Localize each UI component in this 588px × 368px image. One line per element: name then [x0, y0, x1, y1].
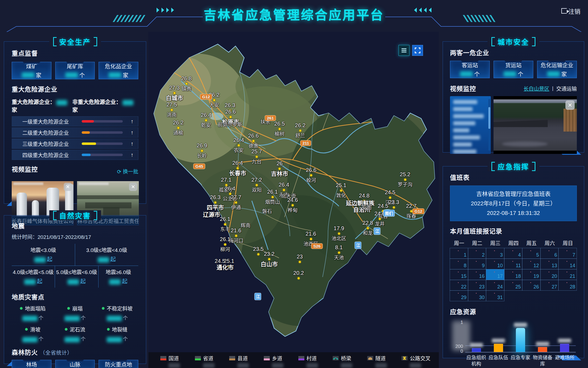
camera-timestamp — [13, 183, 43, 185]
calendar-day-cell[interactable]: 24 — [486, 280, 504, 291]
hazard-level-label: 二级重大危险源企业 — [22, 129, 82, 136]
map-layers-button[interactable] — [399, 45, 409, 56]
enterprise-card[interactable]: 客运站个 — [450, 61, 490, 78]
bracket-right — [94, 37, 97, 46]
close-icon[interactable]: ✕ — [129, 183, 137, 191]
duty-schedule-box[interactable]: 吉林省应急管理厅应急值班表 2022年8月17日（今日，星期三） 2022-08… — [450, 185, 577, 221]
calendar-day-cell[interactable]: 16 — [468, 269, 486, 280]
panel-city-title: 城市安全 — [498, 37, 529, 47]
calendar-day-cell[interactable]: 3 — [486, 248, 504, 259]
censored-value — [460, 71, 473, 77]
legend-label: 国道 — [169, 354, 179, 362]
logout-button[interactable]: 注销 — [561, 7, 580, 15]
supervision-card[interactable]: 危化品企业家 — [99, 62, 138, 79]
calendar-day-cell[interactable]: 19 — [522, 269, 541, 280]
calendar-dot — [458, 250, 459, 251]
calendar-day-cell[interactable]: 4 — [504, 248, 523, 259]
map-fullscreen-button[interactable] — [412, 45, 423, 56]
calendar-day-cell[interactable]: 31 — [486, 290, 504, 301]
logout-icon — [561, 8, 567, 14]
forest-card[interactable]: 防火重点地处 — [99, 360, 138, 368]
censored-value — [65, 337, 80, 342]
legend-label: 隧道 — [375, 354, 386, 362]
censored-legend-count — [341, 363, 352, 368]
refresh-batch-button[interactable]: ⟳ 换一批 — [117, 168, 138, 175]
close-icon[interactable]: ✕ — [565, 101, 575, 110]
supervision-card[interactable]: 煤矿家 — [12, 62, 51, 79]
calendar-day-cell[interactable]: 25 — [504, 280, 523, 291]
resources-heading: 应急资源 — [450, 307, 577, 316]
calendar-day-cell[interactable]: 13 — [540, 258, 559, 269]
calendar-day-cell[interactable]: 14 — [558, 258, 577, 269]
calendar-day-cell[interactable]: 18 — [504, 269, 523, 280]
hazard-counts: 重大危险源企业：家 非重大危险源企业：家 — [12, 98, 138, 114]
calendar-day-cell[interactable]: 5 — [522, 248, 541, 259]
calendar-day-cell[interactable]: 29 — [450, 290, 468, 301]
calendar-day-cell[interactable]: 7 — [558, 248, 577, 259]
calendar-day-cell[interactable]: 9 — [468, 258, 486, 269]
calendar-day-cell[interactable]: 28 — [558, 280, 577, 291]
calendar-day-cell[interactable]: 8 — [450, 258, 468, 269]
calendar-day-cell[interactable]: 17 — [486, 269, 504, 280]
bar-category-label: 应急组织机构 — [465, 355, 487, 367]
calendar-day-cell[interactable]: 23 — [468, 280, 486, 291]
geo-item-head: 滑坡 — [12, 326, 54, 333]
earthquake-cell-label: 3.0级≤地震<4.0级 — [76, 246, 137, 253]
censored-bar-value — [470, 343, 483, 347]
forest-card[interactable]: 林场处 — [12, 360, 51, 368]
calendar-day-cell[interactable]: 6 — [540, 248, 559, 259]
calendar-day-cell[interactable]: 21 — [558, 269, 577, 280]
calendar-day-cell[interactable]: 30 — [468, 290, 486, 301]
censored-value — [122, 100, 133, 105]
calendar-day-cell[interactable]: 1 — [450, 248, 468, 259]
censored-list-row — [453, 150, 476, 154]
calendar-day-cell[interactable]: 2 — [468, 248, 486, 259]
geo-item-head: 崩塌 — [54, 305, 96, 312]
stat-card-label: 危化品企业 — [105, 62, 132, 70]
calendar-day-cell[interactable]: 22 — [450, 280, 468, 291]
earthquake-cell: 地震<3.0级起 — [12, 244, 75, 266]
calendar-day-number: 7 — [572, 252, 575, 258]
calendar-empty-cell — [504, 290, 523, 301]
geo-item-value: 个 — [96, 335, 138, 342]
city-video-player[interactable]: ✕ — [494, 96, 577, 154]
enterprise-card[interactable]: 货运站个 — [494, 61, 533, 78]
calendar-day-cell[interactable]: 20 — [540, 269, 559, 280]
camera-list-censored[interactable] — [450, 96, 491, 154]
link-transport[interactable]: 交通运输 — [556, 85, 577, 92]
forest-card[interactable]: 山脉处 — [55, 360, 95, 368]
green-dot-icon — [107, 328, 110, 331]
calendar-dot — [549, 250, 549, 251]
supervision-card[interactable]: 尾矿库个 — [55, 62, 95, 79]
legend-item-swatch: 县道 — [229, 354, 264, 368]
censored-bar-value — [492, 339, 505, 343]
province-map[interactable]: 26.8镇赉27.3白城市27.5洮南26.2大安26.326.6松原市前郭尔罗… — [148, 32, 439, 368]
top-header: 吉林省应急管理综合应用平台 注销 — [0, 0, 588, 32]
earthquake-unit: 起 — [80, 278, 86, 284]
calendar-day-cell[interactable]: 26 — [522, 280, 541, 291]
link-changbaishan[interactable]: 长白山景区 — [523, 85, 549, 92]
close-icon[interactable]: ✕ — [64, 183, 72, 191]
geo-item-value: 个 — [12, 335, 54, 342]
hazard-level-row: 二级重大危险源企业↑ — [12, 127, 138, 138]
hazard-heading: 重大危险源企业 — [12, 84, 138, 93]
bar-category-line: 机构 — [465, 361, 487, 367]
censored-value — [34, 257, 46, 263]
calendar-day-cell[interactable]: 12 — [522, 258, 541, 269]
scrollbar-thumb[interactable] — [488, 107, 490, 129]
calendar-day-cell[interactable]: 15 — [450, 269, 468, 280]
calendar-day-cell[interactable]: 11 — [504, 258, 523, 269]
calendar-dot — [476, 250, 477, 251]
enterprise-card[interactable]: 危化运输企业家 — [537, 61, 577, 78]
bar-category-line: 库 — [532, 361, 554, 367]
bracket-left — [53, 211, 56, 220]
stat-card-value: 个 — [65, 71, 85, 79]
legend-item-head: 县道 — [229, 354, 264, 362]
green-dot-icon — [102, 307, 105, 310]
calendar-day-cell[interactable]: 10 — [486, 258, 504, 269]
up-arrow-icon: ↑ — [130, 152, 134, 158]
calendar-day-cell[interactable]: 27 — [540, 280, 559, 291]
road-badge: S26 — [311, 243, 323, 249]
earthquake-unit: 起 — [122, 278, 127, 284]
calendar-day-number: 14 — [570, 263, 575, 269]
